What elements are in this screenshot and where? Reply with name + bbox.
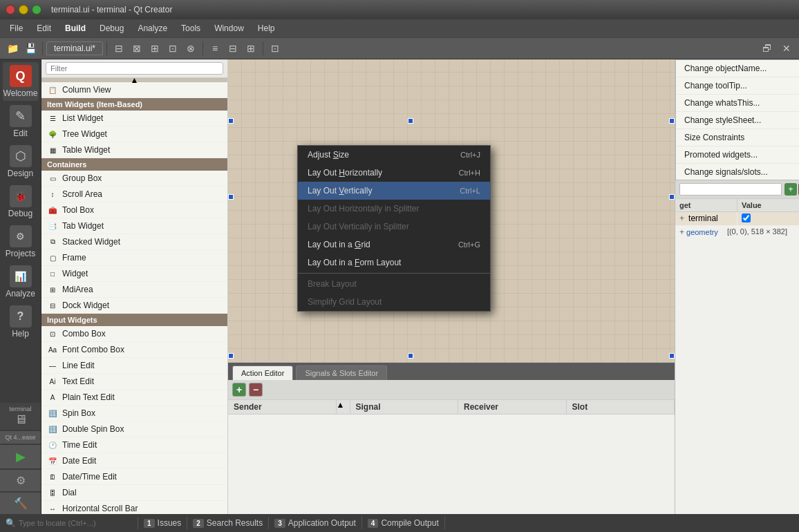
list-item-list-widget[interactable]: ☰ List Widget (41, 111, 227, 126)
ctx-layout-form[interactable]: Lay Out in a Form Layout (298, 254, 490, 272)
sidebar-item-welcome[interactable]: Q Welcome (3, 62, 39, 101)
group-box-icon: ▭ (47, 173, 58, 184)
menu-debug[interactable]: Debug (93, 21, 131, 35)
list-item-combo-box[interactable]: ⊡ Combo Box (41, 326, 227, 342)
handle-tl[interactable] (228, 118, 234, 124)
handle-tr[interactable] (669, 118, 675, 124)
property-geometry-row[interactable]: +geometry [(0, 0), 518 × 382] (675, 226, 799, 239)
close-button[interactable] (6, 5, 15, 15)
sidebar-item-debug[interactable]: 🐞 Debug (3, 182, 39, 221)
list-item-group-box[interactable]: ▭ Group Box (41, 171, 227, 187)
menu-window[interactable]: Window (207, 21, 251, 35)
list-item-date-edit[interactable]: 📅 Date Edit (41, 453, 227, 469)
locate-input[interactable] (19, 519, 122, 527)
layout-v-button[interactable]: ⊠ (129, 40, 145, 57)
status-compile-output[interactable]: 4 Compile Output (362, 517, 445, 529)
rctx-change-signals[interactable]: Change signals/slots... (676, 164, 799, 180)
list-item-dial[interactable]: 🎛 Dial (41, 485, 227, 501)
widget-filter-input[interactable] (46, 62, 223, 75)
handle-mr[interactable] (669, 194, 675, 200)
sidebar-item-projects[interactable]: ⚙ Projects (3, 222, 39, 261)
property-checkbox[interactable] (742, 213, 751, 222)
rctx-change-tooltip[interactable]: Change toolTip... (676, 77, 799, 95)
handle-br[interactable] (669, 353, 675, 359)
list-item-horizontal-scroll[interactable]: ↔ Horizontal Scroll Bar (41, 501, 227, 514)
open-button[interactable]: 📁 (4, 40, 21, 57)
ctx-layout-h[interactable]: Lay Out Horizontally Ctrl+H (298, 164, 490, 182)
list-item-tree-widget[interactable]: 🌳 Tree Widget (41, 126, 227, 142)
rctx-change-whatsthis[interactable]: Change whatsThis... (676, 95, 799, 112)
window-title: terminal.ui - terminal - Qt Creator (51, 5, 172, 15)
rctx-promoted-widgets[interactable]: Promoted widgets... (676, 146, 799, 164)
minimize-button[interactable] (19, 5, 28, 15)
list-item-widget[interactable]: □ Widget (41, 266, 227, 282)
list-item-table-widget[interactable]: ▦ Table Widget (41, 142, 227, 158)
restore-button[interactable]: 🗗 (759, 40, 776, 57)
rctx-change-objectname[interactable]: Change objectName... (676, 60, 799, 77)
handle-bl[interactable] (228, 353, 234, 359)
list-item-font-combo-box[interactable]: Aa Font Combo Box (41, 342, 227, 358)
list-item-stacked-widget[interactable]: ⧉ Stacked Widget (41, 234, 227, 250)
list-item-tab-widget[interactable]: 📑 Tab Widget (41, 218, 227, 234)
distribute-button[interactable]: ⊞ (243, 40, 259, 57)
list-item-mdiarea[interactable]: ⊞ MdiArea (41, 282, 227, 298)
break-layout-button[interactable]: ⊗ (182, 40, 199, 57)
menu-file[interactable]: File (3, 21, 30, 35)
layout-form-button[interactable]: ⊡ (164, 40, 181, 57)
list-item-frame[interactable]: ▢ Frame (41, 250, 227, 266)
center-button[interactable]: ⊟ (225, 40, 241, 57)
property-filter-input[interactable] (679, 183, 782, 196)
tab-action-editor[interactable]: Action Editor (232, 365, 293, 380)
list-item-plain-text-edit[interactable]: A Plain Text Edit (41, 390, 227, 406)
property-object-row[interactable]: + terminal (675, 212, 799, 226)
status-search-results[interactable]: 2 Search Results (187, 517, 269, 529)
menu-analyze[interactable]: Analyze (131, 21, 174, 35)
maximize-button[interactable] (32, 5, 41, 15)
property-add-button[interactable]: + (784, 183, 797, 196)
menu-tools[interactable]: Tools (174, 21, 207, 35)
handle-ml[interactable] (228, 194, 234, 200)
menu-edit[interactable]: Edit (30, 21, 58, 35)
save-button[interactable]: 💾 (22, 40, 39, 57)
list-item-text-edit[interactable]: Ai Text Edit (41, 374, 227, 390)
ctx-layout-v[interactable]: Lay Out Vertically Ctrl+L (298, 182, 490, 200)
align-button[interactable]: ≡ (207, 40, 223, 57)
layout-grid-button[interactable]: ⊞ (147, 40, 163, 57)
sort-icon[interactable]: ▲ (337, 400, 350, 414)
list-item-time-edit[interactable]: 🕐 Time Edit (41, 437, 227, 453)
list-item-dock-widget[interactable]: ⊟ Dock Widget (41, 298, 227, 314)
adjust-size-button[interactable]: ⊡ (267, 40, 283, 57)
sidebar-item-analyze[interactable]: 📊 Analyze (3, 263, 39, 301)
frame-icon: ▢ (47, 252, 58, 263)
status-app-output[interactable]: 3 Application Output (269, 517, 362, 529)
tab-signals-editor[interactable]: Signals & Slots Editor (296, 365, 387, 380)
ctx-adjust-size[interactable]: Adjust Size Ctrl+J (298, 146, 490, 164)
run-button-area[interactable]: ▶ (0, 445, 41, 468)
sidebar-item-design[interactable]: ⬡ Design (3, 142, 39, 181)
handle-tm[interactable] (408, 118, 413, 124)
debug-run-button[interactable]: ⚙ (0, 470, 41, 491)
list-item-line-edit[interactable]: — Line Edit (41, 358, 227, 374)
layout-h-button[interactable]: ⊟ (111, 40, 127, 57)
status-issues[interactable]: 1 Issues (138, 517, 187, 529)
list-item-datetime-edit[interactable]: 🗓 Date/Time Edit (41, 469, 227, 485)
list-item-double-spin-box[interactable]: 🔢 Double Spin Box (41, 421, 227, 437)
ctx-layout-grid[interactable]: Lay Out in a Grid Ctrl+G (298, 236, 490, 254)
sidebar-item-help[interactable]: ? Help (3, 303, 39, 341)
add-signal-button[interactable]: + (232, 383, 246, 397)
handle-bm[interactable] (408, 353, 413, 359)
sidebar-item-edit[interactable]: ✎ Edit (3, 102, 39, 141)
list-item-tool-box[interactable]: 🧰 Tool Box (41, 202, 227, 218)
close-tab-button[interactable]: ✕ (778, 40, 795, 57)
list-item-scroll-area[interactable]: ↕ Scroll Area (41, 187, 227, 202)
rctx-change-stylesheet[interactable]: Change styleSheet... (676, 112, 799, 129)
file-tab[interactable]: terminal.ui* (46, 41, 103, 55)
menu-help[interactable]: Help (251, 21, 282, 35)
list-item-spin-box[interactable]: 🔢 Spin Box (41, 406, 227, 421)
property-header: get Value (675, 199, 799, 212)
rctx-size-constraints[interactable]: Size Constraints (676, 129, 799, 146)
hammer-button[interactable]: 🔨 (0, 493, 41, 514)
window-controls[interactable] (6, 5, 41, 15)
remove-signal-button[interactable]: − (249, 383, 263, 397)
menu-build[interactable]: Build (58, 21, 93, 35)
